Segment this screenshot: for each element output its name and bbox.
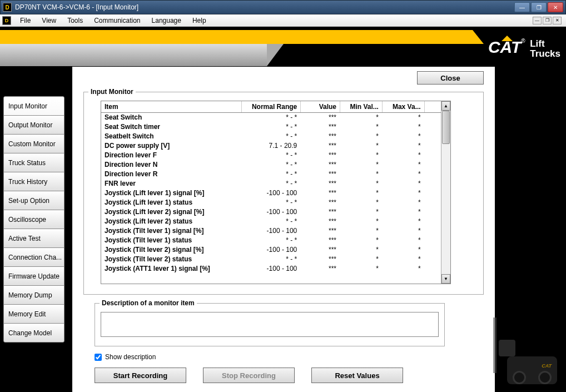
table-scrollbar[interactable]: ▲ ▼ (441, 101, 450, 284)
table-row[interactable]: Joystick (Lift lever 1) signal [%]-100 -… (101, 188, 441, 198)
cell-min: * (340, 188, 383, 198)
cell-range: * - * (242, 255, 301, 264)
fieldset-legend: Input Monitor (88, 88, 136, 96)
cell-item: Seat Switch timer (101, 122, 242, 132)
cat-logo: CAT® LiftTrucks (488, 38, 560, 59)
cell-range: * - * (242, 122, 301, 132)
sidebar-item-connection-change[interactable]: Connection Cha... (3, 247, 64, 267)
cell-value: *** (301, 170, 340, 179)
menu-communication[interactable]: Communication (88, 16, 146, 26)
cell-min: * (340, 122, 383, 132)
header-item[interactable]: Item (101, 101, 242, 113)
sidebar-item-oscilloscope[interactable]: Oscilloscope (3, 210, 64, 229)
cell-max: * (382, 255, 424, 264)
header-value[interactable]: Value (301, 101, 340, 113)
cell-range: * - * (242, 179, 301, 188)
cell-value: *** (301, 160, 340, 170)
table-row[interactable]: Seatbelt Switch* - ****** (101, 132, 441, 141)
cell-min: * (340, 141, 383, 151)
sidebar-item-active-test[interactable]: Active Test (3, 229, 64, 248)
table-row[interactable]: Joystick (Lift lever 2) signal [%]-100 -… (101, 207, 441, 217)
header-max[interactable]: Max Va... (382, 101, 424, 113)
app-icon: D (3, 3, 12, 12)
minimize-button[interactable]: — (514, 2, 530, 12)
cell-max: * (382, 113, 424, 122)
product-title: THE DIAGNOZER| (300, 46, 407, 60)
menubar: D File View Tools Communication Language… (0, 14, 566, 27)
table-row[interactable]: Joystick (ATT1 lever 1) signal [%]-100 -… (101, 264, 441, 274)
reset-values-button[interactable]: Reset Values (311, 368, 403, 383)
table-row[interactable]: Joystick (Lift lever 2) status* - ****** (101, 217, 441, 226)
cell-value: *** (301, 113, 340, 122)
forklift-image: CAT (496, 301, 563, 390)
menu-help[interactable]: Help (187, 16, 212, 26)
table-row[interactable]: DC power supply [V]7.1 - 20.9***** (101, 141, 441, 151)
cell-range: 7.1 - 20.9 (242, 141, 301, 151)
table-row[interactable]: Joystick (Tilt lever 1) signal [%]-100 -… (101, 226, 441, 236)
scroll-thumb[interactable] (442, 111, 450, 144)
cell-item: Joystick (Tilt lever 1) signal [%] (101, 226, 242, 236)
cell-item: DC power supply [V] (101, 141, 242, 151)
table-row[interactable]: Seat Switch* - ****** (101, 113, 441, 122)
cell-max: * (382, 141, 424, 151)
header-min[interactable]: Min Val... (340, 101, 383, 113)
cell-min: * (340, 113, 383, 122)
cell-range: * - * (242, 151, 301, 160)
cell-max: * (382, 151, 424, 160)
sidebar-item-output-monitor[interactable]: Output Monitor (3, 115, 64, 135)
table-row[interactable]: Joystick (Lift lever 1) status* - ****** (101, 198, 441, 207)
close-button[interactable]: Close (417, 71, 484, 85)
sidebar-item-truck-history[interactable]: Truck History (3, 172, 64, 191)
cell-max: * (382, 236, 424, 245)
window-close-button[interactable]: ✕ (548, 2, 563, 12)
cell-item: Direction lever R (101, 170, 242, 179)
menu-file[interactable]: File (14, 16, 36, 26)
table-row[interactable]: Seat Switch timer* - ****** (101, 122, 441, 132)
cell-max: * (382, 170, 424, 179)
maximize-button[interactable]: ❐ (531, 2, 547, 12)
header-range[interactable]: Normal Range (242, 101, 301, 113)
sidebar-item-firmware-update[interactable]: Firmware Update (3, 266, 64, 286)
table-row[interactable]: Joystick (Tilt lever 2) status* - ****** (101, 255, 441, 264)
cell-value: *** (301, 264, 340, 274)
start-recording-button[interactable]: Start Recording (95, 368, 186, 383)
cell-range: * - * (242, 113, 301, 122)
table-row[interactable]: FNR lever* - ****** (101, 179, 441, 188)
cell-item: Joystick (Lift lever 1) signal [%] (101, 188, 242, 198)
sidebar-item-custom-monitor[interactable]: Custom Monitor (3, 134, 64, 153)
table-row[interactable]: Direction lever F* - ****** (101, 151, 441, 160)
sidebar-item-change-model[interactable]: Change Model (3, 323, 64, 343)
app-icon-small: D (2, 16, 11, 25)
cell-min: * (340, 226, 383, 236)
table-row[interactable]: Direction lever N* - ****** (101, 160, 441, 170)
scroll-up-button[interactable]: ▲ (441, 101, 450, 111)
mdi-restore-button[interactable]: ❐ (543, 17, 552, 24)
cell-item: Direction lever F (101, 151, 242, 160)
show-description-row: Show description (95, 353, 484, 361)
cell-item: Joystick (Lift lever 2) signal [%] (101, 207, 242, 217)
sidebar-item-truck-status[interactable]: Truck Status (3, 153, 64, 172)
show-description-checkbox[interactable] (95, 354, 102, 361)
sidebar-item-memory-dump[interactable]: Memory Dump (3, 285, 64, 305)
cell-item: Joystick (Tilt lever 2) signal [%] (101, 245, 242, 255)
table-row[interactable]: Direction lever R* - ****** (101, 170, 441, 179)
table-row[interactable]: Joystick (Tilt lever 1) status* - ****** (101, 236, 441, 245)
mdi-close-button[interactable]: ✕ (553, 17, 562, 24)
cell-max: * (382, 188, 424, 198)
cell-item: Joystick (Lift lever 2) status (101, 217, 242, 226)
menu-language[interactable]: Language (146, 16, 187, 26)
cell-item: Joystick (Tilt lever 1) status (101, 236, 242, 245)
description-textarea[interactable] (101, 312, 439, 337)
sidebar-item-setup-option[interactable]: Set-up Option (3, 191, 64, 210)
stop-recording-button[interactable]: Stop Recording (203, 368, 295, 383)
menu-view[interactable]: View (36, 16, 62, 26)
sidebar-item-memory-edit[interactable]: Memory Edit (3, 304, 64, 324)
scroll-down-button[interactable]: ▼ (441, 274, 450, 284)
mdi-minimize-button[interactable]: — (533, 17, 542, 24)
table-row[interactable]: Joystick (Tilt lever 2) signal [%]-100 -… (101, 245, 441, 255)
sidebar-item-input-monitor[interactable]: Input Monitor (3, 96, 64, 116)
cell-max: * (382, 207, 424, 217)
cell-min: * (340, 160, 383, 170)
cell-item: FNR lever (101, 179, 242, 188)
menu-tools[interactable]: Tools (62, 16, 88, 26)
